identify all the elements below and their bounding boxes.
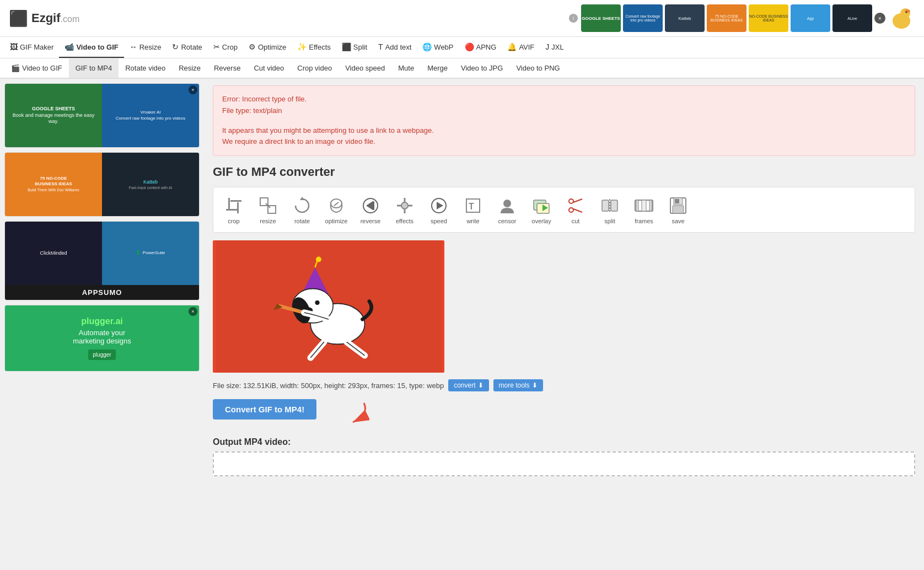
- sidebar-ad-3-content: ClickMinded 💲 PowerSuite: [5, 222, 199, 285]
- tool-speed-label: speed: [431, 218, 447, 224]
- sidebar-ad-1-content: GOOGLE SHEETSBook and manage meetings th…: [5, 84, 199, 147]
- nav-webp[interactable]: 🌐 WebP: [417, 37, 459, 58]
- sub-nav-resize[interactable]: Resize: [172, 58, 207, 79]
- top-ad-banner: i GOOGLE SHEETS Convert raw footage into…: [569, 4, 915, 32]
- tool-crop-icon: [223, 195, 244, 216]
- tool-rotate[interactable]: rotate: [286, 192, 318, 228]
- sub-nav-video-to-jpg-label: Video to JPG: [461, 64, 503, 72]
- sub-nav-gif-to-mp4-label: GIF to MP4: [76, 64, 112, 72]
- sidebar-ad-nocode[interactable]: 75 NO-CODEBUSINESS IDEASBuild Them With …: [5, 153, 102, 216]
- sidebar-ad-vmaker[interactable]: Vmaker AIConvert raw footage into pro vi…: [102, 84, 199, 147]
- logo-suffix: .com: [61, 14, 80, 24]
- sidebar-ad-clickminded[interactable]: ClickMinded: [5, 222, 102, 285]
- ad-info-icon[interactable]: i: [569, 14, 578, 23]
- sub-nav-reverse[interactable]: Reverse: [207, 58, 247, 79]
- nav-crop[interactable]: ✂ Crop: [208, 37, 243, 58]
- sub-nav-video-speed-label: Video speed: [345, 64, 385, 72]
- ad-thumb-2[interactable]: Convert raw footage into pro videos: [623, 4, 663, 32]
- nav-avif[interactable]: 🔔 AVIF: [502, 37, 540, 58]
- tool-cut[interactable]: cut: [560, 192, 592, 228]
- nav-optimize[interactable]: ⚙ Optimize: [243, 37, 292, 58]
- nav-video-to-gif-label: Video to GIF: [76, 43, 118, 51]
- appsumo-label: APPSUMO: [82, 288, 122, 297]
- sub-nav-mute[interactable]: Mute: [391, 58, 421, 79]
- ad-thumb-7[interactable]: ALive: [832, 4, 872, 32]
- sub-nav-cut-video[interactable]: Cut video: [247, 58, 291, 79]
- convert-row: Convert GIF to MP4!: [213, 399, 915, 428]
- nav-rotate[interactable]: ↻ Rotate: [166, 37, 207, 58]
- nav-rotate-label: Rotate: [181, 43, 202, 51]
- sub-nav-video-speed[interactable]: Video speed: [339, 58, 391, 79]
- preview-image: [213, 240, 444, 373]
- sub-nav-rotate-video[interactable]: Rotate video: [119, 58, 172, 79]
- tool-cut-icon: [565, 195, 586, 216]
- more-tools-down-icon: ⬇: [532, 381, 538, 389]
- sidebar-ad-plugger[interactable]: plugger.ai Automate yourmarketing design…: [5, 305, 199, 371]
- svg-rect-42: [675, 199, 679, 203]
- tool-resize[interactable]: resize: [252, 192, 284, 228]
- svg-point-2: [905, 9, 910, 13]
- tool-rotate-label: rotate: [294, 218, 310, 224]
- sub-nav-video-to-gif[interactable]: 🎬 Video to GIF: [4, 58, 69, 79]
- sidebar-ad-1-close[interactable]: ×: [189, 85, 197, 94]
- sidebar-ad-katteb[interactable]: KattebFast-track content with AI: [102, 153, 199, 216]
- sidebar-ad-google-sheets[interactable]: GOOGLE SHEETSBook and manage meetings th…: [5, 84, 102, 147]
- ad-thumb-5[interactable]: NO-CODE BUSINESS IDEAS: [749, 4, 788, 32]
- tool-speed-icon: [428, 195, 449, 216]
- sidebar-ad-powersuite[interactable]: 💲 PowerSuite: [102, 222, 199, 285]
- sub-nav-video-to-jpg[interactable]: Video to JPG: [454, 58, 509, 79]
- nav-gif-maker[interactable]: 🖼 GIF Maker: [4, 37, 59, 58]
- ad-thumb-3[interactable]: Katteb: [665, 4, 705, 32]
- sub-nav-gif-to-mp4[interactable]: GIF to MP4: [69, 58, 119, 79]
- svg-point-19: [401, 202, 408, 209]
- nav-video-to-gif[interactable]: 📹 Video to GIF: [59, 37, 123, 58]
- tool-speed[interactable]: speed: [423, 192, 455, 228]
- sub-nav-merge[interactable]: Merge: [421, 58, 454, 79]
- convert-main-button[interactable]: Convert GIF to MP4!: [213, 399, 316, 420]
- avif-nav-icon: 🔔: [507, 42, 517, 51]
- tool-frames[interactable]: frames: [628, 192, 660, 228]
- nav-gif-maker-label: GIF Maker: [20, 43, 53, 51]
- more-tools-button[interactable]: more tools ⬇: [493, 379, 543, 391]
- sidebar-ad-4: × plugger.ai Automate yourmarketing desi…: [4, 305, 200, 372]
- nav-split-label: Split: [353, 43, 367, 51]
- tool-split[interactable]: split: [594, 192, 626, 228]
- tool-censor[interactable]: censor: [491, 192, 523, 228]
- nav-resize[interactable]: ↔ Resize: [124, 37, 167, 58]
- ad-thumb-4[interactable]: 75 NO-CODE BUSINESS IDEAS: [707, 4, 746, 32]
- nav-add-text[interactable]: T Add text: [373, 37, 417, 58]
- svg-rect-37: [642, 200, 646, 211]
- nav-split[interactable]: ⬛ Split: [336, 37, 373, 58]
- sub-nav-video-icon: 🎬: [11, 64, 20, 72]
- ad-thumb-1[interactable]: GOOGLE SHEETS: [581, 4, 621, 32]
- rotate-nav-icon: ↻: [172, 42, 179, 51]
- main-content: Error: Incorrect type of file. File type…: [204, 79, 924, 483]
- tool-write[interactable]: T write: [457, 192, 489, 228]
- nav-apng[interactable]: 🔴 APNG: [459, 37, 502, 58]
- page-title: GIF to MP4 converter: [213, 165, 915, 179]
- sub-nav-crop-video[interactable]: Crop video: [291, 58, 339, 79]
- file-info-row: File size: 132.51KiB, width: 500px, heig…: [213, 379, 915, 391]
- sub-nav-video-to-png[interactable]: Video to PNG: [509, 58, 566, 79]
- sidebar-ad-4-close[interactable]: ×: [189, 307, 197, 316]
- sub-nav: 🎬 Video to GIF GIF to MP4 Rotate video R…: [0, 58, 924, 79]
- error-line4: It appears that you might be attempting …: [222, 125, 906, 137]
- convert-small-button[interactable]: convert ⬇: [448, 379, 488, 391]
- arrow-icon: [325, 400, 369, 428]
- tool-overlay[interactable]: overlay: [525, 192, 557, 228]
- output-box: [213, 451, 915, 476]
- nav-jxl[interactable]: J JXL: [540, 37, 569, 58]
- tool-reverse[interactable]: reverse: [354, 192, 386, 228]
- ad-thumb-6[interactable]: App: [791, 4, 830, 32]
- output-label: Output MP4 video:: [213, 437, 915, 447]
- ad-close-button[interactable]: ×: [874, 13, 885, 24]
- svg-text:T: T: [469, 202, 474, 211]
- tool-split-icon: [599, 195, 620, 216]
- tool-effects[interactable]: effects: [389, 192, 421, 228]
- tool-optimize[interactable]: optimize: [320, 192, 352, 228]
- nav-effects[interactable]: ✨ Effects: [292, 37, 336, 58]
- tool-save[interactable]: save: [662, 192, 694, 228]
- error-line2: File type: text/plain: [222, 105, 906, 117]
- sub-nav-crop-video-label: Crop video: [297, 64, 332, 72]
- tool-crop[interactable]: crop: [218, 192, 250, 228]
